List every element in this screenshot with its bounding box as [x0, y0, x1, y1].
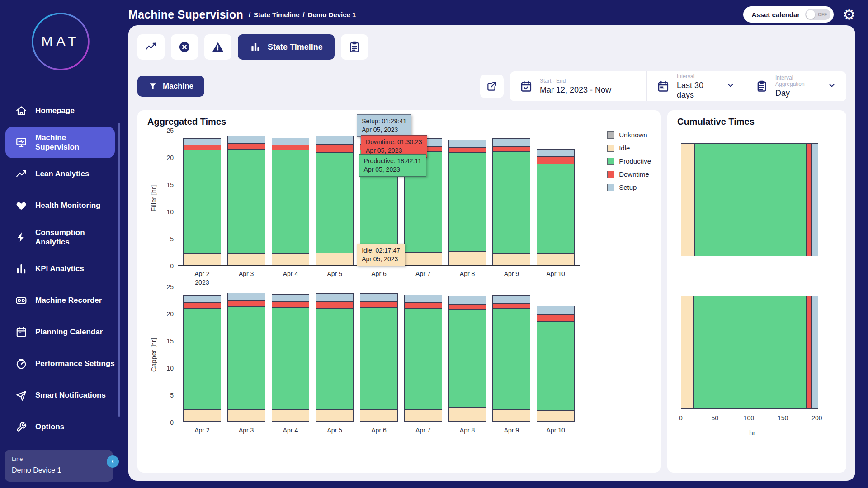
cumulative-bar-filler[interactable] [681, 143, 824, 256]
sidebar-item-options[interactable]: Options [0, 411, 121, 443]
idle-segment[interactable] [272, 253, 310, 265]
productive-segment[interactable] [316, 308, 354, 410]
setup-segment[interactable] [448, 296, 486, 304]
stacked-bar-apr-9[interactable] [492, 287, 530, 422]
setup-segment[interactable] [404, 295, 442, 303]
productive-segment[interactable] [694, 143, 807, 256]
downtime-segment[interactable] [183, 145, 221, 150]
downtime-segment[interactable] [316, 301, 354, 308]
downtime-segment[interactable] [492, 146, 530, 152]
sidebar-item-machine-recorder[interactable]: Machine Recorder [0, 285, 121, 316]
stacked-bar-apr-5[interactable] [316, 131, 354, 265]
collapse-sidebar-button[interactable]: ‹ [107, 455, 119, 468]
downtime-segment[interactable] [272, 145, 310, 150]
setup-segment[interactable] [492, 138, 530, 146]
idle-segment[interactable] [404, 410, 442, 422]
sidebar-item-smart-notifications[interactable]: Smart Notifications [0, 380, 121, 411]
stacked-bar-apr-10[interactable] [537, 287, 575, 422]
cumulative-bar-capper[interactable] [681, 296, 824, 409]
downtime-segment[interactable] [227, 301, 265, 306]
stacked-bar-apr-5[interactable] [316, 287, 354, 422]
idle-segment[interactable] [360, 409, 398, 422]
stacked-bar-apr-4[interactable] [272, 287, 310, 422]
idle-segment[interactable] [537, 254, 575, 265]
stacked-bar-apr-8[interactable] [448, 287, 486, 422]
sidebar-item-consumption-analytics[interactable]: Consumption Analytics [0, 221, 121, 253]
stacked-bar-apr-4[interactable] [272, 131, 310, 265]
downtime-segment[interactable] [448, 148, 486, 153]
setup-segment[interactable] [227, 136, 265, 144]
downtime-segment[interactable] [807, 143, 812, 256]
productive-segment[interactable] [272, 307, 310, 409]
date-range-picker[interactable]: Start - End Mar 12, 2023 - Now [510, 71, 646, 101]
sidebar-item-health-monitoring[interactable]: Health Monitoring [0, 190, 121, 221]
downtime-segment[interactable] [360, 301, 398, 307]
idle-segment[interactable] [227, 253, 265, 265]
productive-segment[interactable] [316, 152, 354, 253]
idle-segment[interactable] [492, 410, 530, 422]
idle-segment[interactable] [448, 408, 486, 422]
productive-segment[interactable] [360, 307, 398, 409]
machine-filter-button[interactable]: Machine [137, 76, 204, 97]
stacked-bar-apr-2[interactable] [183, 131, 221, 265]
downtime-segment[interactable] [807, 296, 811, 409]
idle-segment[interactable] [404, 252, 442, 265]
stacked-bar-apr-8[interactable] [448, 131, 486, 265]
sidebar-item-performance-settings[interactable]: Performance Settings [0, 348, 121, 380]
setup-segment[interactable] [811, 296, 818, 409]
productive-segment[interactable] [537, 322, 575, 410]
stacked-bar-apr-9[interactable] [492, 131, 530, 265]
interval-dropdown[interactable]: Interval Last 30 days [646, 71, 745, 101]
setup-segment[interactable] [448, 140, 486, 148]
legend-item-idle[interactable]: Idle [607, 144, 651, 152]
idle-segment[interactable] [227, 409, 265, 422]
legend-item-unknown[interactable]: Unknown [607, 131, 651, 139]
downtime-segment[interactable] [183, 303, 221, 308]
productive-segment[interactable] [404, 309, 442, 410]
setup-segment[interactable] [537, 306, 575, 314]
sidebar-item-planning-calendar[interactable]: Planning Calendar [0, 316, 121, 348]
tab-warnings[interactable] [204, 34, 231, 60]
gear-icon[interactable]: ⚙ [843, 8, 855, 22]
downtime-segment[interactable] [316, 144, 354, 152]
idle-segment[interactable] [448, 251, 486, 265]
downtime-segment[interactable] [492, 303, 530, 309]
asset-calendar-toggle[interactable]: OFF [805, 9, 830, 20]
tab-state-timeline[interactable]: State Timeline [238, 34, 335, 60]
stacked-bar-apr-3[interactable] [227, 131, 265, 265]
asset-calendar-pill[interactable]: Asset calendar OFF [743, 6, 834, 23]
stacked-bar-apr-2[interactable] [183, 287, 221, 422]
downtime-segment[interactable] [537, 157, 575, 164]
productive-segment[interactable] [537, 164, 575, 254]
productive-segment[interactable] [448, 153, 486, 251]
setup-segment[interactable] [492, 295, 530, 303]
idle-segment[interactable] [183, 410, 221, 422]
idle-segment[interactable] [492, 253, 530, 265]
downtime-segment[interactable] [404, 303, 442, 309]
setup-segment[interactable] [227, 293, 265, 301]
downtime-segment[interactable] [537, 314, 575, 322]
setup-segment[interactable] [812, 143, 818, 256]
productive-segment[interactable] [694, 296, 807, 409]
idle-segment[interactable] [272, 410, 310, 422]
stacked-bar-apr-7[interactable] [404, 287, 442, 422]
setup-segment[interactable] [316, 136, 354, 144]
setup-segment[interactable] [272, 138, 310, 145]
device-card[interactable]: Line Demo Device 1 ‹ [5, 450, 113, 482]
idle-segment[interactable] [537, 410, 575, 422]
setup-segment[interactable] [316, 293, 354, 301]
idle-segment[interactable] [316, 253, 354, 265]
tab-errors[interactable] [171, 34, 198, 60]
tab-report[interactable] [341, 34, 368, 60]
sidebar-item-machine-supervision[interactable]: Machine Supervision [5, 127, 115, 158]
setup-segment[interactable] [183, 138, 221, 145]
sidebar-item-lean-analytics[interactable]: Lean Analytics [0, 158, 121, 190]
aggregation-dropdown[interactable]: Interval Aggregation Day [745, 71, 846, 101]
sidebar-scrollbar[interactable] [118, 123, 120, 417]
downtime-segment[interactable] [272, 302, 310, 307]
setup-segment[interactable] [537, 149, 575, 157]
setup-segment[interactable] [360, 293, 398, 301]
idle-segment[interactable] [183, 253, 221, 265]
idle-segment[interactable] [681, 296, 694, 409]
downtime-segment[interactable] [448, 304, 486, 309]
